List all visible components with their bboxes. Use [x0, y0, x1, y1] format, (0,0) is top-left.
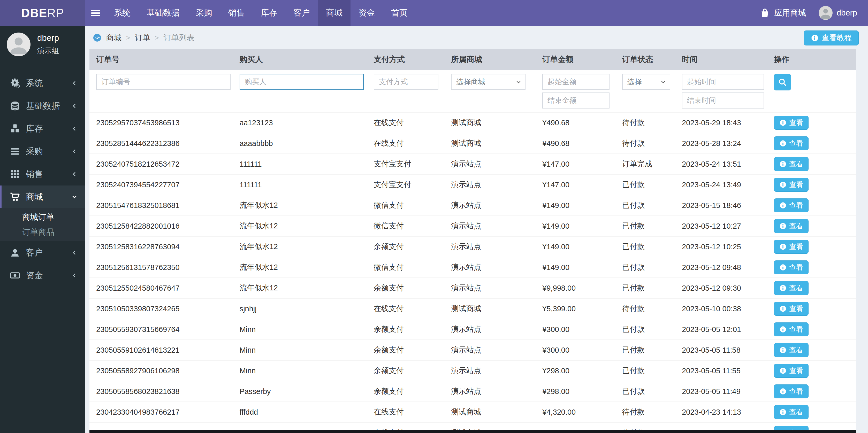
view-button[interactable]: 查看 — [774, 157, 809, 171]
info-icon — [779, 388, 786, 395]
view-button[interactable]: 查看 — [774, 198, 809, 212]
search-button[interactable] — [774, 74, 791, 91]
cell-time: 2023-05-12 09:48 — [675, 257, 767, 278]
cell-status: 待付款 — [616, 402, 675, 423]
cell-buyer: aa123123 — [233, 112, 367, 133]
view-tutorial-button[interactable]: 查看教程 — [804, 31, 859, 45]
info-icon — [779, 264, 786, 271]
cell-order-no: 23051258422882001016 — [89, 216, 233, 236]
info-icon — [779, 367, 786, 374]
cell-buyer: fffddd — [233, 402, 367, 423]
nav-item-purchase[interactable]: 采购 — [188, 0, 220, 26]
cell-buyer: aaaabbbb — [233, 133, 367, 154]
nav-item-customer[interactable]: 客户 — [285, 0, 318, 26]
info-icon — [779, 285, 786, 292]
breadcrumb: 商城 > 订单 > 订单列表 — [89, 30, 856, 45]
money-icon — [10, 270, 20, 280]
view-button[interactable]: 查看 — [774, 302, 809, 316]
cell-mall: 演示站点 — [444, 216, 535, 236]
cell-status: 待付款 — [616, 112, 675, 133]
cell-pay-method: 余额支付 — [367, 319, 444, 340]
cell-amount: ¥298.00 — [535, 360, 615, 381]
app-store-label: 应用商城 — [774, 7, 806, 18]
view-button-label: 查看 — [789, 284, 803, 293]
amount-end-input[interactable] — [542, 93, 610, 108]
nav-item-inventory[interactable]: 库存 — [253, 0, 285, 26]
cell-status: 待付款 — [616, 133, 675, 154]
breadcrumb-link-mall[interactable]: 商城 — [106, 33, 122, 43]
cell-pay-method: 余额支付 — [367, 340, 444, 360]
nav-item-mall[interactable]: 商城 — [318, 0, 350, 26]
cell-time: 2023-05-05 11:49 — [675, 381, 767, 402]
nav-item-sales[interactable]: 销售 — [220, 0, 253, 26]
view-button[interactable]: 查看 — [774, 281, 809, 295]
app-logo[interactable]: DBERP — [0, 0, 85, 26]
cell-amount: ¥149.00 — [535, 195, 615, 216]
sidebar-subitem-mall-orders[interactable]: 商城订单 — [0, 210, 85, 225]
view-button[interactable]: 查看 — [774, 178, 809, 192]
info-icon — [779, 160, 786, 168]
view-button-label: 查看 — [789, 366, 803, 375]
cell-status: 已付款 — [616, 236, 675, 257]
view-button[interactable]: 查看 — [774, 260, 809, 274]
view-button-label: 查看 — [789, 222, 803, 231]
chevron-down-icon — [515, 78, 522, 85]
shopping-bag-icon — [760, 8, 770, 18]
cell-amount: ¥147.00 — [535, 154, 615, 174]
logo-light: RP — [47, 6, 64, 20]
sidebar-item-sales[interactable]: 销售 — [0, 163, 85, 186]
sidebar-item-funds[interactable]: 资金 — [0, 264, 85, 287]
sidebar-item-customer[interactable]: 客户 — [0, 241, 85, 264]
order-no-filter-input[interactable] — [96, 74, 230, 90]
cell-mall: 测试商城 — [444, 402, 535, 423]
buyer-filter-input[interactable] — [240, 74, 364, 90]
breadcrumb-link-order[interactable]: 订单 — [135, 33, 150, 43]
cell-buyer: Minn — [233, 340, 367, 360]
view-button[interactable]: 查看 — [774, 240, 809, 254]
view-button[interactable]: 查看 — [774, 343, 809, 357]
info-icon — [779, 181, 786, 188]
navbar-user-menu[interactable]: dberp — [818, 6, 857, 20]
cell-pay-method: 在线支付 — [367, 402, 444, 423]
nav-item-system[interactable]: 系统 — [106, 0, 138, 26]
sidebar-item-base-data[interactable]: 基础数据 — [0, 95, 85, 117]
cell-status: 订单完成 — [616, 154, 675, 174]
sidebar-subitem-order-goods[interactable]: 订单商品 — [0, 225, 85, 240]
sidebar-toggle-button[interactable] — [85, 0, 106, 26]
cubes-icon — [10, 124, 20, 134]
breadcrumb-current: 订单列表 — [163, 33, 194, 43]
nav-item-base-data[interactable]: 基础数据 — [138, 0, 188, 26]
cell-time: 2023-05-12 09:30 — [675, 278, 767, 298]
mall-select[interactable]: 选择商城 — [451, 74, 526, 90]
view-button[interactable]: 查看 — [774, 116, 809, 130]
table-row: 23051258422882001016 流年似水12 微信支付 演示站点 ¥1… — [89, 216, 856, 236]
cell-amount: ¥298.00 — [535, 381, 615, 402]
status-select[interactable]: 选择 — [622, 74, 670, 90]
app-store-link[interactable]: 应用商城 — [760, 7, 806, 18]
time-end-input[interactable] — [682, 93, 764, 108]
cell-mall: 演示站点 — [444, 154, 535, 174]
cell-amount: ¥9,998.00 — [535, 278, 615, 298]
cell-order-no: 23050558568023821638 — [89, 381, 233, 402]
horizontal-scrollbar[interactable] — [89, 430, 856, 433]
sidebar-item-system[interactable]: 系统 — [0, 72, 85, 95]
view-button[interactable]: 查看 — [774, 385, 809, 398]
amount-start-input[interactable] — [542, 74, 610, 90]
sidebar-item-mall[interactable]: 商城 — [0, 186, 85, 208]
col-pay-method: 支付方式 — [367, 49, 444, 70]
time-start-input[interactable] — [682, 74, 764, 90]
nav-item-home[interactable]: 首页 — [383, 0, 416, 26]
cell-pay-method: 余额支付 — [367, 236, 444, 257]
view-button[interactable]: 查看 — [774, 364, 809, 378]
pay-method-filter-input[interactable] — [374, 74, 438, 90]
view-button[interactable]: 查看 — [774, 136, 809, 151]
info-icon — [779, 223, 786, 230]
info-icon — [779, 346, 786, 354]
view-button[interactable]: 查看 — [774, 405, 809, 419]
view-button-label: 查看 — [789, 387, 803, 396]
view-button[interactable]: 查看 — [774, 323, 809, 336]
nav-item-funds[interactable]: 资金 — [350, 0, 383, 26]
view-button[interactable]: 查看 — [774, 219, 809, 233]
sidebar-item-purchase[interactable]: 采购 — [0, 140, 85, 163]
sidebar-item-inventory[interactable]: 库存 — [0, 117, 85, 140]
